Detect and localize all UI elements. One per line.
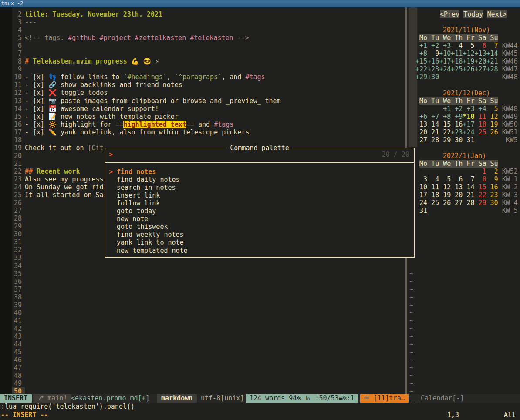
calendar-day[interactable]: 6 [451, 175, 463, 183]
calendar-day[interactable]: 5 [439, 175, 451, 183]
calendar-day[interactable]: +8 [415, 50, 427, 57]
editor-line[interactable]: 37 [0, 286, 405, 293]
calendar-day[interactable]: +4 [474, 105, 486, 113]
calendar-day[interactable]: 6 [474, 42, 486, 50]
calendar-day[interactable]: +3 [439, 42, 451, 50]
calendar-day[interactable]: 4 [427, 175, 439, 183]
calendar-day[interactable]: 22 [439, 128, 451, 136]
palette-item[interactable]: insert link [109, 192, 160, 199]
editor-line[interactable]: 18 [0, 136, 405, 144]
palette-item[interactable]: goto today [109, 207, 156, 215]
calendar-day[interactable]: 26 [486, 128, 498, 136]
calendar-day[interactable]: +10 [439, 50, 451, 57]
calendar-day[interactable] [427, 207, 439, 215]
editor-line[interactable]: 2title: Tuesday, November 23th, 2021 [0, 10, 405, 18]
calendar-day[interactable]: 28 [427, 136, 439, 144]
editor-line[interactable]: 13- [x] 📷 paste images from clipboard or… [0, 97, 405, 105]
calendar-day[interactable] [463, 168, 474, 175]
calendar-day[interactable]: +29 [415, 73, 427, 81]
calendar-day[interactable]: +8 [439, 113, 451, 121]
calendar-day[interactable] [451, 207, 463, 215]
calendar-day[interactable]: +17 [439, 57, 451, 65]
calendar-day[interactable] [439, 73, 451, 81]
calendar-day[interactable]: 8 [474, 175, 486, 183]
calendar-day[interactable]: +21 [486, 57, 498, 65]
calendar-day[interactable]: 16 [451, 121, 463, 128]
calendar-day[interactable]: 13 [451, 183, 463, 191]
calendar-day[interactable]: +26 [463, 65, 474, 73]
calendar-day[interactable] [486, 207, 498, 215]
calendar-day[interactable]: 28 [463, 199, 474, 207]
calendar-day[interactable]: +19 [463, 57, 474, 65]
calendar-day[interactable]: +23 [427, 65, 439, 73]
palette-item[interactable]: new templated note [109, 247, 188, 255]
editor-line[interactable]: 44 [0, 340, 405, 348]
calendar-day[interactable]: 30 [451, 136, 463, 144]
calendar-day[interactable]: 7 [463, 175, 474, 183]
calendar-day[interactable] [427, 168, 439, 175]
editor-line[interactable]: 5<!-- tags: #github #project #zettelkast… [0, 34, 405, 42]
calendar-day[interactable]: +20 [474, 57, 486, 65]
calendar-day[interactable]: 14 [463, 183, 474, 191]
calendar-day[interactable]: 25 [427, 199, 439, 207]
calendar-day[interactable]: 27 [415, 136, 427, 144]
calendar-day[interactable]: 5 [463, 42, 474, 50]
calendar-day[interactable]: 9 [427, 50, 439, 57]
calendar-day[interactable]: +2 [427, 42, 439, 50]
calendar-day[interactable]: 16 [486, 183, 498, 191]
calendar-day[interactable]: +18 [451, 57, 463, 65]
editor-line[interactable]: 39 [0, 301, 405, 309]
editor-line[interactable]: 14- [x] 📅 awesome calendar support! [0, 105, 405, 113]
calendar-day[interactable]: 7 [486, 42, 498, 50]
calendar-day[interactable]: 19 [486, 121, 498, 128]
calendar-day[interactable]: +3 [463, 105, 474, 113]
editor-line[interactable]: 9 [0, 65, 405, 73]
calendar-day[interactable]: 5 [486, 105, 498, 113]
calendar-day[interactable] [474, 136, 486, 144]
calendar-day[interactable] [463, 73, 474, 81]
calendar-day[interactable]: 4 [451, 42, 463, 50]
calendar-day[interactable]: 27 [451, 199, 463, 207]
calendar-day[interactable]: +7 [427, 113, 439, 121]
calendar-day[interactable]: 22 [474, 191, 486, 199]
calendar-day[interactable]: +25 [451, 65, 463, 73]
calendar-day[interactable] [486, 136, 498, 144]
calendar-day[interactable]: 15 [474, 183, 486, 191]
editor-line[interactable]: 16- [x] 🔆 highlight for ==highlighted te… [0, 121, 405, 128]
editor-line[interactable]: 48 [0, 372, 405, 380]
calendar-day[interactable]: +15 [415, 57, 427, 65]
calendar-day[interactable]: +1 [415, 42, 427, 50]
palette-item[interactable]: yank link to note [109, 239, 184, 246]
calendar-day[interactable] [463, 207, 474, 215]
editor-line[interactable]: 42 [0, 325, 405, 333]
calendar-day[interactable] [415, 105, 427, 113]
editor-line[interactable]: 40 [0, 309, 405, 317]
editor-line[interactable]: 4 [0, 26, 405, 34]
editor-line[interactable]: 38 [0, 293, 405, 301]
calendar-day[interactable]: +24 [439, 65, 451, 73]
calendar-day[interactable]: 29 [439, 136, 451, 144]
calendar-day[interactable]: *10 [463, 113, 474, 121]
editor-line[interactable]: 3--- [0, 18, 405, 26]
calendar-day[interactable]: +13 [474, 50, 486, 57]
palette-item[interactable]: > find notes [109, 168, 156, 176]
calendar-day[interactable]: 3 [415, 175, 427, 183]
calendar-day[interactable]: 30 [486, 199, 498, 207]
calendar-day[interactable]: 15 [439, 121, 451, 128]
calendar-day[interactable] [427, 105, 439, 113]
calendar-day[interactable]: +17 [463, 121, 474, 128]
calendar-day[interactable] [451, 168, 463, 175]
calendar-day[interactable]: +11 [451, 50, 463, 57]
editor-line[interactable]: 36 [0, 278, 405, 286]
calendar-day[interactable]: 19 [439, 191, 451, 199]
palette-item[interactable]: follow link [109, 199, 160, 207]
palette-item[interactable]: find weekly notes [109, 231, 184, 239]
editor-line[interactable]: 46 [0, 356, 405, 364]
calendar-day[interactable]: +1 [439, 105, 451, 113]
calendar-day[interactable]: +24 [463, 128, 474, 136]
calendar-day[interactable]: 20 [451, 191, 463, 199]
calendar-day[interactable]: 18 [427, 191, 439, 199]
calendar-day[interactable]: +16 [427, 57, 439, 65]
calendar-day[interactable] [439, 207, 451, 215]
calendar-day[interactable]: +28 [486, 65, 498, 73]
